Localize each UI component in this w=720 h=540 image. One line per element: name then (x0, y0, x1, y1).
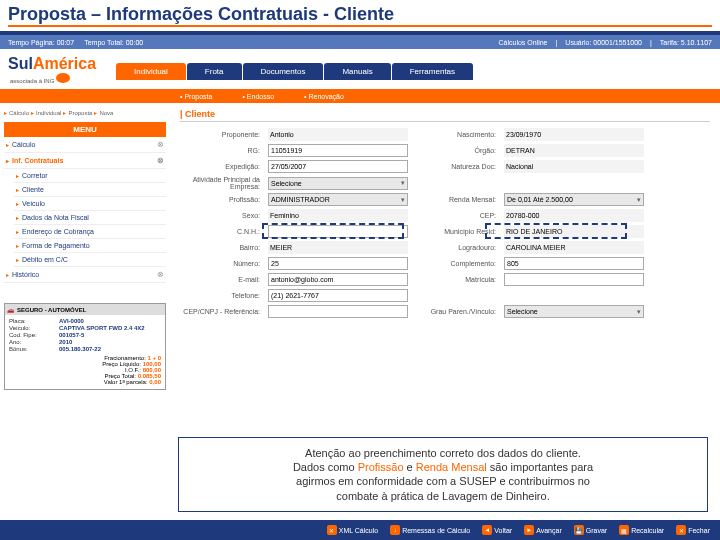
form-section-title: | Cliente (180, 109, 710, 122)
cnh-field[interactable] (268, 225, 408, 238)
menu-calculo[interactable]: ▸Cálculo⊗ (4, 137, 166, 153)
app-header-strip: Tempo Página: 00:07 Tempo Total: 00:00 C… (0, 35, 720, 49)
car-icon: 🚗 (7, 306, 14, 313)
municipio-field: RIO DE JANEIRO (504, 225, 644, 238)
expedicao-field[interactable]: 27/05/2007 (268, 160, 408, 173)
logo-row: SulAmérica associada à ING Individual Fr… (0, 49, 720, 89)
cep-field: 20780-000 (504, 209, 644, 222)
main-tabs: Individual Frota Documentos Manuais Ferr… (116, 58, 474, 80)
forward-icon: ► (524, 525, 534, 535)
logo: SulAmérica (8, 55, 96, 73)
subtab-endosso[interactable]: • Endosso (242, 93, 274, 100)
renda-select[interactable]: De 0,01 Até 2.500,00 (504, 193, 644, 206)
tab-individual[interactable]: Individual (116, 63, 186, 80)
vehicle-summary: 🚗SEGURO - AUTOMÓVEL Placa:AVI-0000 Veícu… (4, 303, 166, 390)
voltar-button[interactable]: ◄Voltar (478, 523, 516, 537)
menu-debito[interactable]: ▸Débito em C/C (14, 253, 166, 267)
numero-field[interactable]: 25 (268, 257, 408, 270)
slide-title: Proposta – Informações Contratuais - Cli… (8, 4, 712, 27)
slide-title-bar: Proposta – Informações Contratuais - Cli… (0, 0, 720, 35)
remessas-button[interactable]: ↓Remessas de Cálculo (386, 523, 474, 537)
rg-field[interactable]: 11051919 (268, 144, 408, 157)
menu-endereco[interactable]: ▸Endereço de Cobrança (14, 225, 166, 239)
subtab-renovacao[interactable]: • Renovação (304, 93, 344, 100)
menu-header: MENU (4, 122, 166, 137)
avancar-button[interactable]: ►Avançar (520, 523, 566, 537)
calculos-online[interactable]: Cálculos Online (498, 39, 547, 46)
save-icon: 💾 (574, 525, 584, 535)
sexo-field: Feminino (268, 209, 408, 222)
menu-cliente[interactable]: ▸Cliente (14, 183, 166, 197)
matricula-field[interactable] (504, 273, 644, 286)
menu-inf-contratuais[interactable]: ▸Inf. Contratuais⊗ (4, 153, 166, 169)
grau-select[interactable]: Selecione (504, 305, 644, 318)
sub-tabs: • Proposta • Endosso • Renovação (0, 89, 720, 103)
close-icon: ✕ (676, 525, 686, 535)
tab-ferramentas[interactable]: Ferramentas (392, 63, 473, 80)
ing-icon (56, 73, 70, 83)
usuario-info: Usuário: 00001/1551000 (565, 39, 642, 46)
tab-frota[interactable]: Frota (187, 63, 242, 80)
tempo-pagina: Tempo Página: 00:07 (8, 39, 74, 46)
logo-subtitle: associada à ING (10, 73, 96, 84)
tempo-total: Tempo Total: 00:00 (84, 39, 143, 46)
atividade-select[interactable]: Selecione (268, 177, 408, 190)
menu-nota-fiscal[interactable]: ▸Dados da Nota Fiscal (14, 211, 166, 225)
proponente-field: Antonio (268, 128, 408, 141)
tab-manuais[interactable]: Manuais (324, 63, 390, 80)
telefone-field[interactable]: (21) 2621-7767 (268, 289, 408, 302)
recalcular-button[interactable]: ▦Recalcular (615, 523, 668, 537)
nascimento-field: 23/09/1970 (504, 128, 644, 141)
xml-icon: ✕ (327, 525, 337, 535)
menu-veiculo[interactable]: ▸Veículo (14, 197, 166, 211)
form-area: | Cliente Proponente:Antonio Nascimento:… (170, 103, 720, 483)
email-field[interactable]: antonio@globo.com (268, 273, 408, 286)
menu-pagamento[interactable]: ▸Forma de Pagamento (14, 239, 166, 253)
complemento-field[interactable]: 805 (504, 257, 644, 270)
in-icon: ↓ (390, 525, 400, 535)
fechar-button[interactable]: ✕Fechar (672, 523, 714, 537)
orgao-field: DETRAN (504, 144, 644, 157)
bairro-field: MEIER (268, 241, 408, 254)
breadcrumb: ▸Cálculo ▸Individual ▸Proposta ▸Nova (4, 107, 166, 118)
referencia-field[interactable] (268, 305, 408, 318)
profissao-select[interactable]: ADMINISTRADOR (268, 193, 408, 206)
natureza-doc-field: Nacional (504, 160, 644, 173)
subtab-proposta[interactable]: • Proposta (180, 93, 212, 100)
tab-documentos[interactable]: Documentos (243, 63, 324, 80)
tarifa-info: Tarifa: 5.10.1107 (660, 39, 712, 46)
bottom-bar: ✕XML Cálculo ↓Remessas de Cálculo ◄Volta… (0, 520, 720, 540)
calc-icon: ▦ (619, 525, 629, 535)
sidebar: ▸Cálculo ▸Individual ▸Proposta ▸Nova MEN… (0, 103, 170, 483)
xml-calculo-button[interactable]: ✕XML Cálculo (323, 523, 382, 537)
logradouro-field: CAROLINA MEIER (504, 241, 644, 254)
menu-corretor[interactable]: ▸Corretor (14, 169, 166, 183)
gravar-button[interactable]: 💾Gravar (570, 523, 611, 537)
attention-callout: Atenção ao preenchimento correto dos dad… (178, 437, 708, 512)
menu-historico[interactable]: ▸Histórico⊗ (4, 267, 166, 283)
back-icon: ◄ (482, 525, 492, 535)
